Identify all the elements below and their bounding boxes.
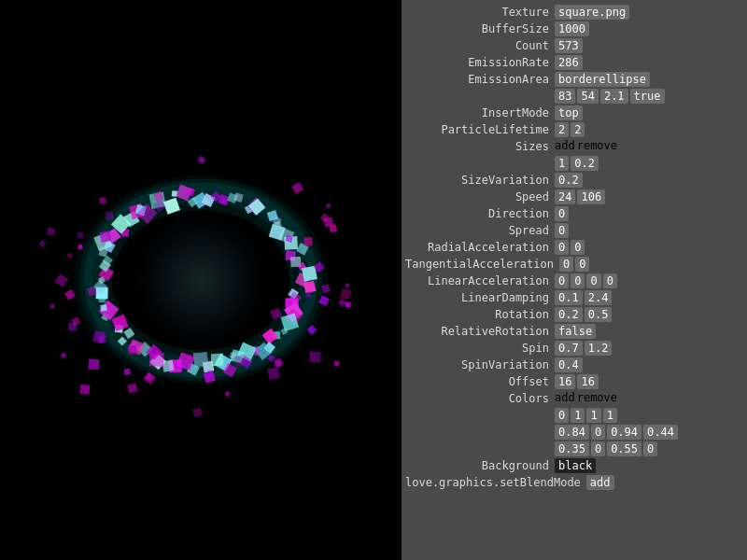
value-7-0: 2 bbox=[555, 122, 569, 137]
row-values-11: 24106 bbox=[555, 189, 605, 204]
value-17-0: 0.1 bbox=[555, 290, 583, 305]
row-label-2: Count bbox=[405, 38, 555, 53]
value-24-0: 0 bbox=[555, 408, 569, 423]
value-18-1: 0.5 bbox=[585, 307, 613, 322]
particle-canvas-area bbox=[0, 0, 402, 560]
row-label-21: SpinVariation bbox=[405, 357, 555, 372]
value-5-3: true bbox=[630, 89, 665, 104]
value-0-0: square.png bbox=[555, 5, 629, 20]
panel-row-8: Sizesaddremove bbox=[402, 138, 747, 155]
value-4-0: borderellipse bbox=[555, 72, 650, 87]
value-18-0: 0.2 bbox=[555, 307, 583, 322]
value-25-0: 0.84 bbox=[555, 425, 589, 440]
value-15-0: 0 bbox=[559, 257, 573, 272]
row-values-28: add bbox=[586, 475, 614, 490]
panel-row-24: 0111 bbox=[402, 407, 747, 424]
row-label-13: Spread bbox=[405, 223, 555, 238]
row-label-1: BufferSize bbox=[405, 21, 555, 36]
value-9-0: 1 bbox=[555, 156, 569, 171]
value-26-0: 0.35 bbox=[555, 441, 589, 456]
panel-row-9: 10.2 bbox=[402, 155, 747, 172]
row-values-12: 0 bbox=[555, 206, 569, 221]
panel-row-14: RadialAcceleration00 bbox=[402, 239, 747, 256]
row-label-18: Rotation bbox=[405, 307, 555, 322]
row-values-3: 286 bbox=[555, 55, 583, 70]
panel-row-15: TangentialAcceleration00 bbox=[402, 256, 747, 273]
properties-panel: Texturesquare.pngBufferSize1000Count573E… bbox=[402, 0, 747, 560]
panel-row-17: LinearDamping0.12.4 bbox=[402, 289, 747, 306]
value-2-0: 573 bbox=[555, 38, 583, 53]
value-23-1[interactable]: remove bbox=[577, 391, 617, 404]
row-values-2: 573 bbox=[555, 38, 583, 53]
row-values-13: 0 bbox=[555, 223, 569, 238]
panel-row-16: LinearAcceleration0000 bbox=[402, 273, 747, 289]
row-label-28: love.graphics.setBlendMode bbox=[405, 475, 586, 490]
panel-row-11: Speed24106 bbox=[402, 189, 747, 205]
value-16-2: 0 bbox=[586, 273, 600, 288]
row-values-16: 0000 bbox=[555, 273, 617, 288]
row-label-14: RadialAcceleration bbox=[405, 240, 555, 255]
value-27-0: black bbox=[555, 458, 596, 473]
panel-row-19: RelativeRotationfalse bbox=[402, 323, 747, 340]
value-5-1: 54 bbox=[577, 89, 598, 104]
value-16-1: 0 bbox=[571, 273, 585, 288]
value-28-0: add bbox=[586, 475, 614, 490]
value-3-0: 286 bbox=[555, 55, 583, 70]
panel-row-3: EmissionRate286 bbox=[402, 54, 747, 71]
value-10-0: 0.2 bbox=[555, 173, 583, 188]
panel-row-23: Colorsaddremove bbox=[402, 390, 747, 407]
row-values-26: 0.3500.550 bbox=[555, 441, 657, 456]
value-16-0: 0 bbox=[555, 273, 569, 288]
value-13-0: 0 bbox=[555, 223, 569, 238]
value-24-3: 1 bbox=[603, 408, 617, 423]
panel-row-5: 83542.1true bbox=[402, 88, 747, 105]
value-26-3: 0 bbox=[643, 441, 657, 456]
row-label-15: TangentialAcceleration bbox=[405, 257, 559, 272]
value-9-1: 0.2 bbox=[571, 156, 599, 171]
row-values-5: 83542.1true bbox=[555, 89, 665, 104]
value-20-1: 1.2 bbox=[585, 341, 613, 356]
row-label-7: ParticleLifetime bbox=[405, 122, 555, 137]
panel-row-4: EmissionAreaborderellipse bbox=[402, 71, 747, 88]
value-26-1: 0 bbox=[591, 441, 605, 456]
value-14-1: 0 bbox=[571, 240, 585, 255]
value-16-3: 0 bbox=[603, 273, 617, 288]
value-19-0: false bbox=[555, 324, 596, 339]
value-5-2: 2.1 bbox=[600, 89, 628, 104]
particle-canvas bbox=[0, 0, 402, 560]
row-values-23: addremove bbox=[555, 391, 617, 404]
value-17-1: 2.4 bbox=[585, 290, 613, 305]
row-values-9: 10.2 bbox=[555, 156, 599, 171]
value-26-2: 0.55 bbox=[607, 441, 641, 456]
value-11-1: 106 bbox=[577, 189, 605, 204]
row-values-0: square.png bbox=[555, 5, 629, 20]
row-label-12: Direction bbox=[405, 206, 555, 221]
panel-row-0: Texturesquare.png bbox=[402, 4, 747, 21]
row-values-25: 0.8400.940.44 bbox=[555, 425, 678, 440]
panel-row-22: Offset1616 bbox=[402, 373, 747, 390]
value-22-1: 16 bbox=[577, 374, 598, 389]
value-20-0: 0.7 bbox=[555, 341, 583, 356]
value-12-0: 0 bbox=[555, 206, 569, 221]
panel-row-25: 0.8400.940.44 bbox=[402, 424, 747, 441]
row-label-0: Texture bbox=[405, 5, 555, 20]
row-label-19: RelativeRotation bbox=[405, 324, 555, 339]
row-label-23: Colors bbox=[405, 391, 555, 406]
row-values-1: 1000 bbox=[555, 21, 589, 36]
panel-row-28: love.graphics.setBlendModeadd bbox=[402, 474, 747, 491]
row-values-22: 1616 bbox=[555, 374, 599, 389]
value-8-1[interactable]: remove bbox=[577, 139, 617, 152]
panel-row-1: BufferSize1000 bbox=[402, 21, 747, 37]
row-label-22: Offset bbox=[405, 374, 555, 389]
value-15-1: 0 bbox=[575, 257, 589, 272]
value-24-2: 1 bbox=[586, 408, 600, 423]
value-23-0[interactable]: add bbox=[555, 391, 575, 404]
value-1-0: 1000 bbox=[555, 21, 589, 36]
value-8-0[interactable]: add bbox=[555, 139, 575, 152]
value-25-1: 0 bbox=[591, 425, 605, 440]
panel-row-13: Spread0 bbox=[402, 222, 747, 239]
panel-row-6: InsertModetop bbox=[402, 105, 747, 121]
row-values-7: 22 bbox=[555, 122, 585, 137]
row-label-8: Sizes bbox=[405, 139, 555, 154]
row-values-4: borderellipse bbox=[555, 72, 650, 87]
